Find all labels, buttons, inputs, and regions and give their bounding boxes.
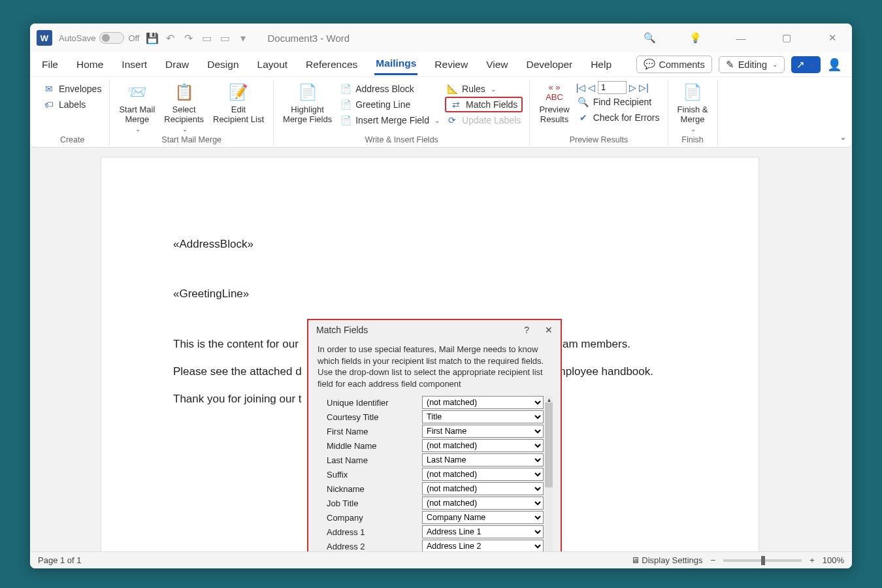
select-recipients-button[interactable]: 📋Select Recipients⌄: [161, 81, 206, 133]
check-errors-button[interactable]: ✔Check for Errors: [576, 110, 661, 125]
highlight-icon: 📄: [298, 81, 318, 103]
last-record-button[interactable]: ▷|: [639, 82, 649, 93]
group-preview-results: « »ABCPreview Results |◁ ◁ ▷ ▷| 🔍Find Re…: [530, 80, 668, 146]
envelopes-button[interactable]: ✉Envelopes: [42, 81, 103, 97]
tab-references[interactable]: References: [304, 55, 359, 74]
field-select[interactable]: (not matched): [422, 439, 544, 452]
tab-home[interactable]: Home: [75, 55, 105, 74]
insert-merge-field-button[interactable]: 📄Insert Merge Field ⌄: [338, 112, 441, 128]
autosave-toggle[interactable]: AutoSave Off: [59, 32, 139, 44]
tab-review[interactable]: Review: [433, 55, 469, 74]
scroll-thumb[interactable]: [545, 402, 553, 487]
account-icon[interactable]: 👤: [827, 57, 841, 72]
envelope-icon: 📨: [127, 81, 147, 103]
tab-layout[interactable]: Layout: [256, 55, 289, 74]
field-label: Unique Identifier: [318, 398, 422, 408]
insert-field-icon: 📄: [340, 115, 351, 125]
redo-icon[interactable]: ↷: [182, 32, 194, 44]
rules-icon: 📐: [446, 84, 458, 94]
tab-design[interactable]: Design: [206, 55, 240, 74]
lightbulb-icon[interactable]: 💡: [682, 32, 708, 44]
greeting-line-button[interactable]: 📄Greeting Line: [338, 97, 441, 112]
zoom-level[interactable]: 100%: [823, 555, 844, 565]
comments-button[interactable]: 💬 Comments: [636, 56, 712, 73]
address-icon: 📄: [340, 84, 351, 94]
undo-icon[interactable]: ↶: [164, 32, 176, 44]
field-select[interactable]: (not matched): [422, 396, 544, 409]
close-button[interactable]: ✕: [819, 32, 845, 44]
qat-icon[interactable]: ▭: [219, 32, 231, 44]
field-select[interactable]: Title: [422, 410, 544, 423]
zoom-slider[interactable]: [723, 559, 802, 562]
field-select[interactable]: Company Name: [422, 511, 544, 524]
word-icon: W: [37, 30, 52, 46]
update-labels-button: ⟳Update Labels: [445, 112, 523, 128]
tab-file[interactable]: File: [41, 55, 59, 74]
prev-record-button[interactable]: ◁: [588, 82, 595, 93]
tab-mailings[interactable]: Mailings: [374, 54, 417, 75]
field-select[interactable]: (not matched): [422, 468, 544, 481]
zoom-out-button[interactable]: −: [711, 555, 716, 565]
label-icon: 🏷: [43, 99, 55, 110]
qat-icon[interactable]: ▭: [201, 32, 212, 44]
page-indicator[interactable]: Page 1 of 1: [38, 555, 82, 565]
chevron-down-icon: ⌄: [691, 125, 696, 133]
group-start-mail-merge: 📨Start Mail Merge⌄ 📋Select Recipients⌄ 📝…: [110, 80, 274, 146]
chevron-down-icon: ⌄: [810, 61, 815, 68]
tab-developer[interactable]: Developer: [525, 55, 574, 74]
chevron-down-icon: ⌄: [135, 125, 140, 133]
address-block-button[interactable]: 📄Address Block: [338, 81, 441, 97]
field-select[interactable]: First Name: [422, 425, 544, 438]
toggle-icon[interactable]: [99, 32, 124, 44]
field-select[interactable]: (not matched): [422, 482, 544, 495]
tab-draw[interactable]: Draw: [164, 55, 190, 74]
field-select[interactable]: Address Line 1: [422, 525, 544, 538]
field-label: Address 2: [318, 542, 422, 551]
field-label: Nickname: [318, 484, 422, 494]
collapse-ribbon-button[interactable]: ⌄: [840, 132, 847, 142]
match-fields-button[interactable]: ⇄Match Fields: [445, 97, 523, 112]
labels-button[interactable]: 🏷Labels: [42, 97, 103, 112]
rules-button[interactable]: 📐Rules⌄: [445, 81, 523, 97]
field-select[interactable]: (not matched): [422, 497, 544, 510]
recipients-icon: 📋: [174, 81, 194, 103]
highlight-merge-fields-button[interactable]: 📄Highlight Merge Fields: [280, 81, 335, 124]
edit-recipient-list-button[interactable]: 📝Edit Recipient List: [210, 81, 267, 124]
share-button[interactable]: ↗ ⌄: [791, 56, 821, 73]
abc-icon: « »ABC: [546, 81, 563, 103]
first-record-button[interactable]: |◁: [576, 82, 586, 93]
next-record-button[interactable]: ▷: [629, 82, 636, 93]
preview-results-button[interactable]: « »ABCPreview Results: [536, 81, 572, 124]
field-row: Job Title(not matched): [318, 497, 544, 510]
field-row: Middle Name(not matched): [318, 439, 544, 452]
group-label: Create: [42, 133, 103, 146]
editing-button[interactable]: ✎ Editing ⌄: [719, 56, 785, 73]
qat-more-icon[interactable]: ▾: [237, 32, 249, 44]
field-row: Last NameLast Name: [318, 453, 544, 466]
record-input[interactable]: [598, 81, 627, 94]
minimize-button[interactable]: —: [728, 33, 754, 44]
field-select[interactable]: Last Name: [422, 453, 544, 466]
field-select[interactable]: Address Line 2: [422, 540, 544, 551]
maximize-button[interactable]: ▢: [774, 32, 800, 44]
tab-insert[interactable]: Insert: [120, 55, 148, 74]
search-icon[interactable]: 🔍: [636, 32, 662, 44]
field-label: Company: [318, 513, 422, 523]
group-label: Start Mail Merge: [116, 133, 267, 146]
finish-merge-button[interactable]: 📄Finish & Merge⌄: [675, 81, 711, 133]
dialog-description: In order to use special features, Mail M…: [308, 340, 561, 396]
chevron-down-icon: ⌄: [434, 117, 440, 124]
dialog-title: Match Fields: [316, 325, 368, 335]
tab-help[interactable]: Help: [589, 55, 613, 74]
dialog-titlebar: Match Fields ? ✕: [308, 320, 561, 340]
scrollbar[interactable]: ▴ ▾: [545, 396, 553, 551]
find-recipient-button[interactable]: 🔍Find Recipient: [576, 94, 661, 110]
document-canvas: «AddressBlock» «GreetingLine» This is th…: [30, 148, 852, 551]
tab-view[interactable]: View: [485, 55, 509, 74]
start-mail-merge-button[interactable]: 📨Start Mail Merge⌄: [116, 81, 157, 133]
help-button[interactable]: ?: [524, 325, 529, 335]
close-icon[interactable]: ✕: [545, 325, 553, 335]
save-icon[interactable]: 💾: [146, 32, 157, 44]
zoom-in-button[interactable]: +: [809, 555, 815, 565]
display-settings-button[interactable]: 🖥 Display Settings: [631, 555, 703, 565]
